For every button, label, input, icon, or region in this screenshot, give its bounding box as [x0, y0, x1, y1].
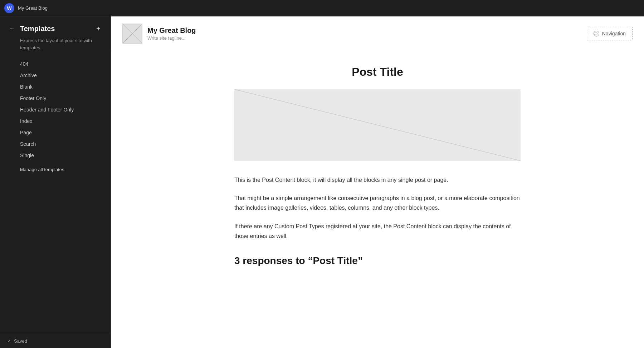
back-button[interactable]: ←: [7, 24, 17, 34]
sidebar-item-footer-only[interactable]: Footer Only: [0, 93, 111, 104]
sidebar-item-blank[interactable]: Blank: [0, 81, 111, 93]
post-paragraph-3: If there are any Custom Post Types regis…: [234, 222, 521, 241]
sidebar-item-404[interactable]: 404: [0, 58, 111, 70]
manage-all-templates-link[interactable]: Manage all templates: [0, 161, 111, 175]
sidebar-footer: ✓ Saved: [0, 334, 111, 348]
preview-area: My Great Blog Write site tagline... ⃝ Na…: [111, 16, 644, 348]
top-bar: W My Great Blog: [0, 0, 644, 16]
navigation-button-label: Navigation: [602, 31, 626, 36]
site-logo[interactable]: [122, 24, 142, 44]
saved-label: Saved: [14, 338, 27, 344]
site-logo-area: My Great Blog Write site tagline...: [122, 24, 196, 44]
site-title-area: My Great Blog Write site tagline...: [147, 26, 196, 41]
sidebar-item-search[interactable]: Search: [0, 138, 111, 150]
sidebar-item-single[interactable]: Single: [0, 150, 111, 161]
post-paragraph-2: That might be a simple arrangement like …: [234, 193, 521, 213]
sidebar-header: ← Templates +: [0, 16, 111, 37]
site-title: My Great Blog: [147, 26, 196, 35]
site-header: My Great Blog Write site tagline... ⃝ Na…: [111, 16, 644, 51]
topbar-site-name: My Great Blog: [18, 5, 48, 11]
sidebar-item-index[interactable]: Index: [0, 115, 111, 127]
post-content: This is the Post Content block, it will …: [234, 175, 521, 241]
template-list: 404 Archive Blank Footer Only Header and…: [0, 58, 111, 334]
sidebar-title: Templates: [20, 25, 93, 33]
main-content: My Great Blog Write site tagline... ⃝ Na…: [111, 16, 644, 348]
post-featured-image: [234, 89, 521, 161]
sidebar-item-header-and-footer-only[interactable]: Header and Footer Only: [0, 104, 111, 115]
post-paragraph-1: This is the Post Content block, it will …: [234, 175, 521, 185]
navigation-button[interactable]: ⃝ Navigation: [587, 27, 633, 40]
post-title: Post Title: [234, 65, 521, 79]
post-responses-heading: 3 responses to “Post Title”: [234, 255, 521, 267]
sidebar-item-page[interactable]: Page: [0, 127, 111, 138]
add-template-button[interactable]: +: [93, 24, 103, 34]
sidebar: ← Templates + Express the layout of your…: [0, 0, 111, 348]
sidebar-item-archive[interactable]: Archive: [0, 70, 111, 81]
sidebar-description: Express the layout of your site with tem…: [0, 37, 111, 58]
compass-icon: ⃝: [594, 31, 599, 36]
site-tagline[interactable]: Write site tagline...: [147, 35, 196, 41]
saved-check-icon: ✓: [7, 338, 11, 344]
wordpress-logo[interactable]: W: [4, 3, 14, 13]
post-area: Post Title This is the Post Content bloc…: [227, 51, 528, 288]
